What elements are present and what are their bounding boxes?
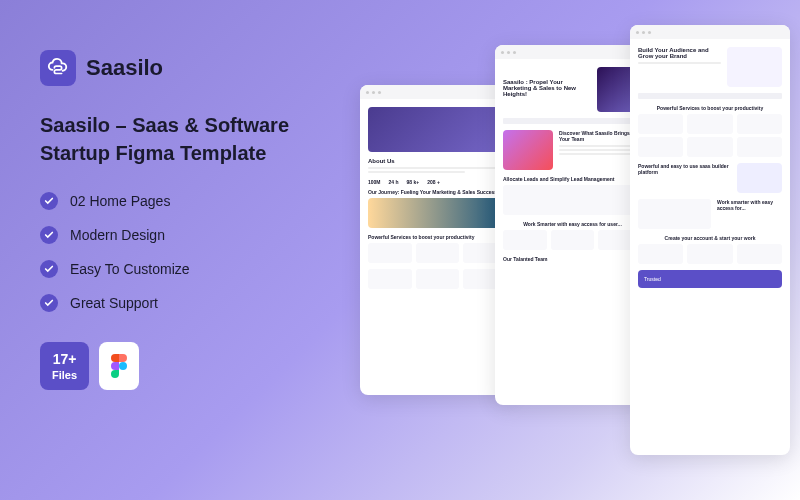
feature-label: Great Support [70, 295, 158, 311]
brand-name: Saasilo [86, 55, 163, 81]
feature-item: Easy To Customize [40, 260, 340, 278]
mock-stat: 100M [368, 179, 381, 185]
badges: 17+ Files [40, 342, 340, 390]
mock-heading: Powerful Services to boost your producti… [638, 105, 782, 111]
figma-icon [111, 354, 127, 378]
mock-heading: Our Journey: Fueling Your Marketing & Sa… [368, 189, 507, 195]
badge-label: Files [52, 369, 77, 381]
mock-heading: Powerful and easy to use saas builder pl… [638, 163, 731, 175]
mock-heading: Saasilo : Propel Your Marketing & Sales … [503, 79, 591, 97]
logo-icon [40, 50, 76, 86]
files-badge: 17+ Files [40, 342, 89, 390]
mockup-marketing: Saasilo : Propel Your Marketing & Sales … [495, 45, 650, 405]
feature-list: 02 Home Pages Modern Design Easy To Cust… [40, 192, 340, 312]
check-icon [40, 192, 58, 210]
figma-badge [99, 342, 139, 390]
feature-item: Great Support [40, 294, 340, 312]
mock-heading: About Us [368, 158, 507, 164]
mock-heading: Allocate Leads and Simplify Lead Managem… [503, 176, 642, 182]
feature-label: Modern Design [70, 227, 165, 243]
mock-heading: Work smarter with easy access for... [717, 199, 782, 211]
mock-heading: Build Your Audience and Grow your Brand [638, 47, 721, 59]
mock-heading: Powerful Services to boost your producti… [368, 234, 507, 240]
page-title: Saasilo – Saas & Software Startup Figma … [40, 111, 340, 167]
feature-item: Modern Design [40, 226, 340, 244]
brand-logo: Saasilo [40, 50, 340, 86]
mock-heading: Our Talanted Team [503, 256, 642, 262]
mockup-about: About Us 100M 24 h 98 k+ 208 + Our Journ… [360, 85, 515, 395]
template-previews: About Us 100M 24 h 98 k+ 208 + Our Journ… [360, 25, 780, 475]
check-icon [40, 226, 58, 244]
mock-trusted: Trusted [638, 270, 782, 288]
mock-stat: 98 k+ [407, 179, 420, 185]
check-icon [40, 260, 58, 278]
mock-heading: Create your account & start your work [638, 235, 782, 241]
mock-stat: 208 + [427, 179, 440, 185]
mock-stat: 24 h [389, 179, 399, 185]
check-icon [40, 294, 58, 312]
feature-label: 02 Home Pages [70, 193, 170, 209]
feature-label: Easy To Customize [70, 261, 190, 277]
badge-count: 17+ [52, 350, 77, 368]
svg-point-0 [119, 362, 127, 370]
mock-heading: Work Smarter with easy access for user..… [503, 221, 642, 227]
mockup-audience: Build Your Audience and Grow your Brand … [630, 25, 790, 455]
feature-item: 02 Home Pages [40, 192, 340, 210]
